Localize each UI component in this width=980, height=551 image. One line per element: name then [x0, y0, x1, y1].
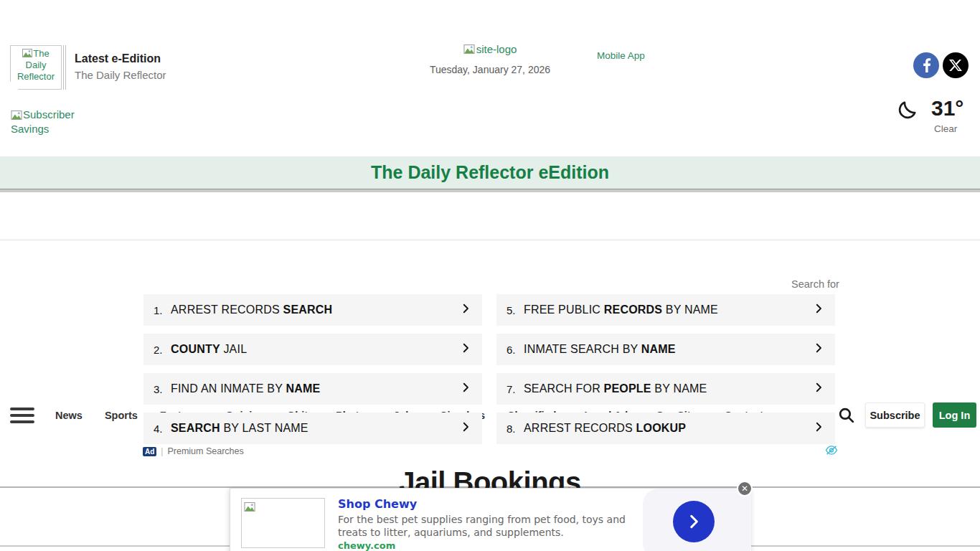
item-label: ARREST RECORDS LOOKUP: [524, 422, 686, 435]
chevron-right-icon: [459, 302, 472, 318]
nav-item-news[interactable]: News: [55, 410, 83, 421]
item-label: COUNTY JAIL: [171, 343, 247, 356]
chevron-right-icon: [459, 381, 472, 397]
weather-temperature[interactable]: 31°: [931, 96, 963, 121]
ad-list-item-1[interactable]: 1. ARREST RECORDS SEARCH: [143, 294, 482, 326]
chewy-ad-image-placeholder: [241, 498, 325, 548]
item-number: 3.: [154, 383, 171, 395]
broken-image-icon: [463, 44, 475, 54]
chewy-ad-url[interactable]: chewy.com: [338, 540, 395, 551]
facebook-icon[interactable]: [913, 52, 939, 78]
item-number: 6.: [507, 344, 524, 356]
item-label: SEARCH FOR PEOPLE BY NAME: [524, 382, 707, 395]
x-twitter-icon[interactable]: [943, 52, 969, 78]
broken-image-icon: [244, 502, 255, 512]
site-logo-alt-text: site-logo: [476, 43, 517, 55]
chevron-right-icon: [812, 420, 825, 436]
ad-attribution: Ad | Premium Searches: [143, 446, 244, 456]
arrow-right-icon: [684, 512, 703, 531]
main-navigation: News Sports Features Opinion Obits Photo…: [0, 193, 980, 240]
ad-list-item-8[interactable]: 8. ARREST RECORDS LOOKUP: [496, 413, 835, 444]
ad-list-item-5[interactable]: 5. FREE PUBLIC RECORDS BY NAME: [496, 294, 835, 326]
page: The Daily Reflector Latest e-Edition The…: [0, 0, 980, 551]
item-label: ARREST RECORDS SEARCH: [171, 303, 332, 316]
ad-list-item-6[interactable]: 6. INMATE SEARCH BY NAME: [496, 334, 835, 365]
mobile-app-link[interactable]: Mobile App: [597, 50, 645, 61]
ad-list-item-2[interactable]: 2. COUNTY JAIL: [143, 334, 482, 365]
broken-image-icon: [11, 110, 22, 120]
item-label: INMATE SEARCH BY NAME: [524, 343, 676, 356]
site-logo-link[interactable]: site-logo: [463, 43, 517, 55]
adchoices-icon[interactable]: [825, 445, 838, 458]
current-date: Tuesday, January 27, 2026: [0, 64, 980, 75]
banner-divider: [0, 189, 980, 192]
ad-search-for-label: Search for: [791, 278, 839, 290]
item-number: 2.: [154, 344, 171, 356]
subscriber-savings-link[interactable]: Subscriber Savings: [11, 108, 90, 136]
chewy-ad-go-button[interactable]: [673, 501, 715, 542]
ad-list-item-4[interactable]: 4. SEARCH BY LAST NAME: [143, 413, 482, 444]
subscribe-button[interactable]: Subscribe: [865, 402, 925, 428]
ad-list-item-7[interactable]: 7. SEARCH FOR PEOPLE BY NAME: [496, 373, 835, 405]
item-number: 4.: [154, 423, 171, 435]
chevron-right-icon: [459, 342, 472, 357]
search-icon[interactable]: [837, 406, 855, 427]
item-label: SEARCH BY LAST NAME: [171, 422, 308, 435]
eedition-banner: The Daily Reflector eEdition: [0, 156, 980, 189]
chevron-right-icon: [812, 302, 825, 318]
item-number: 5.: [507, 304, 524, 316]
ad-badge[interactable]: Ad: [143, 447, 156, 456]
item-label: FIND AN INMATE BY NAME: [171, 382, 320, 395]
thumbnail-fold: [10, 81, 19, 98]
item-label: FREE PUBLIC RECORDS BY NAME: [524, 303, 718, 316]
ad-separator: |: [161, 446, 163, 456]
chewy-ad-close-button[interactable]: ✕: [737, 481, 753, 496]
nav-item-sports[interactable]: Sports: [105, 410, 138, 421]
site-logo-container: site-logo: [0, 43, 980, 56]
moon-clear-icon[interactable]: [895, 99, 918, 125]
ad-provider-label[interactable]: Premium Searches: [167, 446, 243, 456]
item-number: 7.: [507, 383, 524, 395]
chevron-right-icon: [459, 420, 472, 436]
chevron-right-icon: [812, 342, 825, 357]
chevron-right-icon: [812, 381, 825, 397]
eedition-banner-title: The Daily Reflector eEdition: [371, 162, 609, 183]
ad-list-item-3[interactable]: 3. FIND AN INMATE BY NAME: [143, 373, 482, 405]
hamburger-menu-icon[interactable]: [10, 408, 34, 423]
weather-condition: Clear: [934, 123, 957, 134]
chewy-ad-title[interactable]: Shop Chewy: [338, 497, 417, 511]
chewy-ad-description: For the best pet supplies ranging from p…: [338, 513, 648, 539]
item-number: 1.: [154, 304, 171, 316]
login-button[interactable]: Log In: [933, 402, 976, 428]
item-number: 8.: [507, 423, 524, 435]
chewy-ad-card: Shop Chewy For the best pet supplies ran…: [230, 488, 750, 551]
